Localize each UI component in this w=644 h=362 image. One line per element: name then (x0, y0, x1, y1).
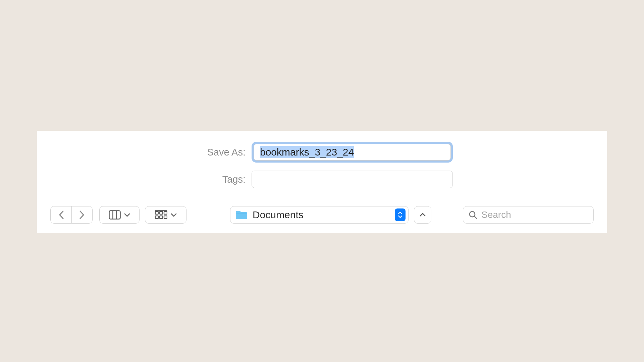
updown-stepper-icon (395, 208, 406, 221)
columns-view-icon (109, 210, 121, 220)
search-input[interactable] (481, 209, 601, 220)
save-dialog: Save As: bookmarks_3_23_24 Tags: (37, 131, 607, 233)
search-icon (469, 210, 477, 219)
chevron-up-icon (419, 213, 426, 217)
svg-rect-5 (164, 212, 167, 214)
search-field[interactable] (463, 206, 594, 224)
toolbar: Documents (37, 206, 607, 224)
save-as-label: Save As: (37, 147, 252, 158)
svg-rect-6 (155, 216, 158, 219)
grid-group-icon (155, 210, 167, 220)
collapse-button[interactable] (414, 206, 431, 224)
save-as-input[interactable]: bookmarks_3_23_24 (254, 144, 451, 161)
save-as-value: bookmarks_3_23_24 (260, 146, 354, 158)
svg-rect-0 (109, 211, 120, 219)
tags-row: Tags: (37, 171, 607, 188)
svg-rect-7 (160, 216, 163, 219)
group-by-button[interactable] (145, 206, 186, 224)
back-button[interactable] (51, 206, 71, 223)
svg-rect-4 (160, 212, 163, 214)
tags-label: Tags: (37, 174, 252, 185)
chevron-down-icon (124, 213, 130, 217)
svg-line-11 (474, 216, 477, 219)
view-mode-button[interactable] (99, 206, 140, 224)
chevron-down-icon (171, 213, 177, 217)
location-popup[interactable]: Documents (230, 206, 409, 224)
chevron-left-icon (58, 210, 64, 220)
save-as-focus-ring: bookmarks_3_23_24 (252, 142, 453, 163)
location-label: Documents (253, 209, 304, 221)
forward-button[interactable] (71, 206, 92, 223)
svg-rect-3 (155, 212, 158, 214)
chevron-right-icon (79, 210, 85, 220)
save-as-row: Save As: bookmarks_3_23_24 (37, 142, 607, 163)
nav-segment (50, 206, 93, 224)
folder-icon (235, 210, 248, 220)
svg-rect-8 (164, 216, 167, 219)
tags-input[interactable] (252, 171, 453, 188)
